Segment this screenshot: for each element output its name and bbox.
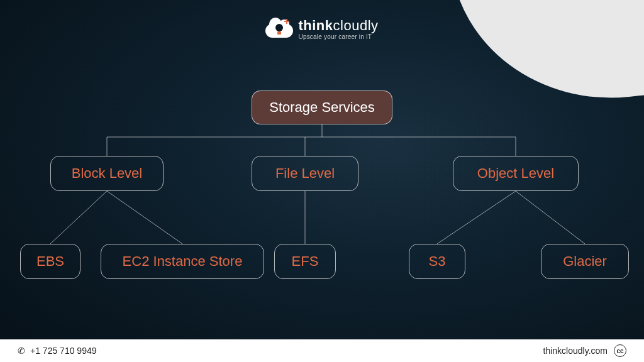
node-root-storage-services: Storage Services [252,90,392,124]
node-label: EFS [292,253,319,270]
cc-license-icon: cc [614,344,626,357]
node-label: File Level [275,165,335,182]
node-category-block-level: Block Level [50,156,164,191]
brand-name-light: cloudly [333,18,379,33]
brand-name: thinkcloudly [298,19,378,33]
brand-name-bold: think [298,18,333,33]
footer-phone: ✆ +1 725 710 9949 [18,346,97,356]
cloud-bulb-icon [265,20,293,39]
node-category-object-level: Object Level [453,156,579,191]
brand-tagline: Upscale your career in IT [298,34,378,40]
footer-website: thinkcloudly.com [543,346,608,356]
footer-site: thinkcloudly.com cc [543,344,626,357]
phone-icon: ✆ [18,346,25,356]
node-label: S3 [429,253,446,270]
node-category-file-level: File Level [252,156,358,191]
node-label: EC2 Instance Store [123,253,243,270]
node-leaf-glacier: Glacier [541,244,629,279]
node-label: Block Level [72,165,143,182]
footer-bar: ✆ +1 725 710 9949 thinkcloudly.com cc [0,339,644,362]
node-leaf-s3: S3 [409,244,465,279]
slide-stage: thinkcloudly Upscale your career in IT S… [0,0,644,362]
node-leaf-ebs: EBS [20,244,80,279]
node-leaf-ec2-instance-store: EC2 Instance Store [101,244,264,279]
node-label: Glacier [563,253,607,270]
footer-phone-number: +1 725 710 9949 [30,346,97,356]
node-root-label: Storage Services [269,99,375,116]
node-leaf-efs: EFS [274,244,336,279]
node-label: EBS [36,253,64,270]
brand-logo: thinkcloudly Upscale your career in IT [0,19,644,40]
node-label: Object Level [477,165,554,182]
